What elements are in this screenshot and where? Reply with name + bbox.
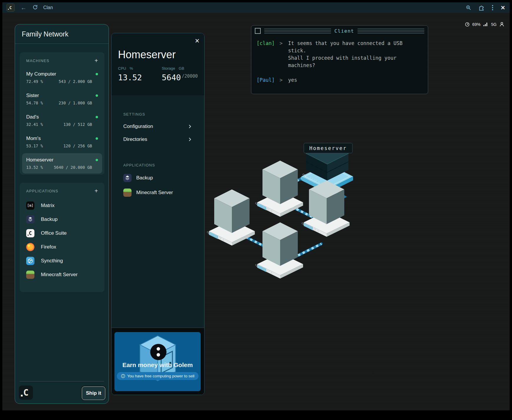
clan-logo: C bbox=[19, 386, 33, 400]
message-text: It seems that you have connected a USB s… bbox=[288, 40, 403, 69]
app-item-firefox[interactable]: Firefox bbox=[26, 243, 98, 251]
clan-app-icon: C bbox=[6, 4, 15, 12]
refresh-icon[interactable] bbox=[32, 4, 38, 11]
app-item-backup[interactable]: Backup bbox=[26, 215, 98, 224]
settings-item-label: Directories bbox=[123, 136, 147, 142]
machine-storage: 543 / 2.000 GB bbox=[59, 79, 92, 84]
storage-label: Storage bbox=[162, 66, 175, 71]
cpu-unit: % bbox=[129, 66, 133, 71]
settings-item-label: Configuration bbox=[123, 124, 153, 129]
app-name: Syncthing bbox=[41, 258, 63, 264]
firefox-icon bbox=[26, 243, 34, 251]
machine-storage: 5640 / 20.000 GB bbox=[54, 165, 92, 170]
add-machine-button[interactable]: + bbox=[94, 58, 98, 64]
ship-it-button[interactable]: Ship it bbox=[82, 386, 105, 400]
client-titlebar[interactable]: Client bbox=[251, 26, 428, 36]
settings-section-label: SETTINGS bbox=[123, 95, 192, 116]
desktop-background: 69% 5G bbox=[2, 13, 510, 410]
close-icon[interactable]: × bbox=[195, 37, 200, 44]
client-log: [clan] > It seems that you have connecte… bbox=[251, 36, 428, 87]
machine-item-homeserver[interactable]: Homeserver 13.52 % 5640 / 20.000 GB bbox=[22, 153, 102, 174]
machine-cpu: 72.49 % bbox=[26, 79, 43, 84]
detail-footer: Earn money with Golem You have free comp… bbox=[112, 328, 204, 395]
detail-app-minecraft-server[interactable]: Minecraft Server bbox=[123, 189, 192, 197]
machine-detail-panel: × Homeserver CPU % 13.52 Storage GB 5640… bbox=[111, 33, 205, 395]
add-application-button[interactable]: + bbox=[94, 188, 98, 194]
golem-ad-banner[interactable]: Earn money with Golem You have free comp… bbox=[114, 332, 201, 391]
prompt-chevron: > bbox=[280, 40, 288, 69]
machine-item-dads[interactable]: Dad's 32.41 % 130 / 512 GB bbox=[26, 114, 98, 127]
speaker-clan: [clan] bbox=[257, 40, 280, 69]
chevron-right-icon bbox=[187, 137, 192, 142]
app-name: Backup bbox=[41, 216, 58, 222]
detail-header: × Homeserver CPU % 13.52 Storage GB 5640… bbox=[112, 33, 204, 95]
app-item-office-suite[interactable]: C Office Suite bbox=[26, 229, 98, 237]
app-name: Backup bbox=[136, 175, 153, 181]
footer-divider bbox=[20, 381, 104, 381]
family-network-panel: Family Network MACHINES + My Computer 72… bbox=[15, 24, 109, 404]
app-item-minecraft-server[interactable]: Minecraft Server bbox=[26, 271, 98, 279]
titlebar-lines-left bbox=[264, 29, 331, 34]
settings-item-configuration[interactable]: Configuration bbox=[123, 124, 192, 129]
speaker-paul: [Paul] bbox=[257, 76, 280, 84]
divider bbox=[15, 44, 109, 44]
storage-total: /20000 bbox=[182, 74, 198, 79]
battery-gauge-icon bbox=[465, 22, 470, 27]
network-type: 5G bbox=[491, 22, 497, 27]
machine-name: Dad's bbox=[26, 114, 39, 120]
chat-message: [Paul] > yes bbox=[257, 76, 423, 84]
client-title: Client bbox=[335, 28, 354, 34]
storage-value: 5640 bbox=[162, 73, 181, 82]
app-name: Minecraft Server bbox=[136, 190, 173, 196]
machine-item-moms[interactable]: Mom's 53.17 % 120 / 256 GB bbox=[26, 136, 98, 148]
diagram-node-moms[interactable]: cpu: 53.17 % bbox=[255, 222, 303, 279]
browser-topbar: C ← Clan × bbox=[2, 2, 510, 13]
zoom-icon[interactable] bbox=[466, 5, 471, 11]
cpu-metric: CPU % 13.52 bbox=[118, 66, 142, 82]
app-name: Minecraft Server bbox=[41, 272, 78, 278]
backup-icon bbox=[26, 215, 34, 224]
detail-app-backup[interactable]: Backup bbox=[123, 174, 192, 182]
machine-item-my-computer[interactable]: My Computer 72.49 % 543 / 2.000 GB bbox=[26, 71, 98, 84]
chevron-right-icon bbox=[187, 124, 192, 129]
applications-card: APPLICATIONS + [m] Matrix Backup C Offic… bbox=[20, 183, 104, 292]
machine-cpu: 54.78 % bbox=[26, 101, 43, 105]
online-status-dot bbox=[96, 73, 98, 75]
syncthing-icon bbox=[26, 257, 34, 265]
machines-section-label: MACHINES bbox=[26, 59, 49, 63]
panel-title: Family Network bbox=[15, 24, 109, 38]
machine-storage: 130 / 512 GB bbox=[63, 122, 92, 127]
app-name: Matrix bbox=[41, 203, 54, 209]
window-close-icon[interactable]: × bbox=[501, 4, 505, 11]
machine-cpu: 13.52 % bbox=[26, 165, 43, 170]
diagram-node-dads[interactable]: cpu: 32.41 % bbox=[255, 161, 303, 217]
machine-storage: 120 / 256 GB bbox=[63, 144, 92, 148]
ad-subtitle: You have free computing power to sell bbox=[127, 374, 194, 378]
storage-metric: Storage GB 5640/20000 bbox=[162, 66, 198, 82]
online-status-dot bbox=[96, 159, 98, 161]
back-icon[interactable]: ← bbox=[21, 5, 26, 11]
user-icon[interactable] bbox=[499, 22, 504, 27]
app-item-matrix[interactable]: [m] Matrix bbox=[26, 201, 98, 210]
signal-bars-icon bbox=[483, 22, 488, 26]
backup-icon bbox=[123, 174, 132, 182]
menu-kebab-icon[interactable] bbox=[492, 5, 493, 10]
extensions-puzzle-icon[interactable] bbox=[478, 4, 485, 11]
message-text: yes bbox=[288, 76, 297, 84]
settings-item-directories[interactable]: Directories bbox=[123, 136, 192, 142]
window-checkbox-icon[interactable] bbox=[255, 28, 261, 34]
storage-unit: GB bbox=[179, 66, 184, 71]
minecraft-icon bbox=[26, 271, 34, 279]
machine-name: My Computer bbox=[26, 71, 56, 77]
detail-applications-label: APPLICATIONS bbox=[123, 142, 192, 167]
machine-item-sister[interactable]: Sister 54.78 % 230 / 1.000 GB bbox=[26, 93, 98, 105]
diagram-node-my-computer[interactable]: cpu: 72.49 % bbox=[301, 181, 350, 237]
online-status-dot bbox=[96, 94, 98, 97]
matrix-icon: [m] bbox=[26, 201, 34, 210]
diagram-node-sister[interactable]: cpu: 54.78 % bbox=[206, 189, 255, 246]
online-status-dot bbox=[96, 116, 98, 118]
detail-title: Homeserver bbox=[118, 33, 198, 61]
app-name: Office Suite bbox=[41, 230, 67, 236]
app-item-syncthing[interactable]: Syncthing bbox=[26, 257, 98, 265]
machine-storage: 230 / 1.000 GB bbox=[59, 101, 92, 105]
